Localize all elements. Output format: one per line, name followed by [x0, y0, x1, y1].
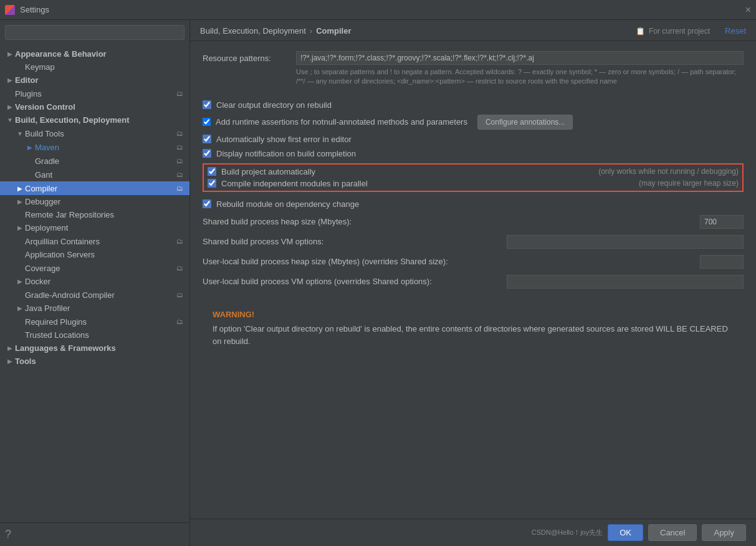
build-auto-checkbox[interactable]: [208, 167, 216, 176]
configure-annotations-button[interactable]: Configure annotations...: [477, 115, 573, 130]
sidebar-item-label: Version Control: [15, 102, 184, 112]
arrow-icon: ▶: [15, 305, 25, 312]
vm-options-input[interactable]: [507, 235, 744, 249]
sidebar-item-version-control[interactable]: ▶ Version Control: [0, 100, 189, 113]
sidebar-item-app-servers[interactable]: Application Servers: [0, 248, 189, 261]
sidebar-item-keymap[interactable]: Keymap: [0, 60, 189, 74]
resource-patterns-row: Resource patterns: Use ; to separate pat…: [203, 51, 744, 94]
display-notif-text: Display notification on build completion: [216, 149, 356, 158]
sidebar-item-maven[interactable]: ▶ Maven 🗂: [0, 140, 189, 154]
save-icon: 🗂: [175, 89, 184, 98]
user-vm-input[interactable]: [507, 275, 744, 289]
sidebar-item-arquillian[interactable]: Arquillian Containers 🗂: [0, 234, 189, 248]
watermark: CSDN@Hello！joy先生: [532, 528, 603, 537]
warning-text: If option 'Clear output directory on reb…: [213, 323, 734, 347]
sidebar-item-gant[interactable]: Gant 🗂: [0, 168, 189, 181]
sidebar-item-editor[interactable]: ▶ Editor: [0, 74, 189, 87]
clear-output-label[interactable]: Clear output directory on rebuild: [203, 100, 332, 110]
sidebar-item-build-exec[interactable]: ▼ Build, Execution, Deployment: [0, 113, 189, 127]
add-runtime-checkbox[interactable]: [203, 118, 211, 126]
auto-show-error-checkbox[interactable]: [203, 135, 211, 143]
sidebar-item-java-profiler[interactable]: ▶ Java Profiler: [0, 302, 189, 315]
build-auto-label[interactable]: Build project automatically: [208, 167, 586, 176]
content-body: Resource patterns: Use ; to separate pat…: [190, 41, 756, 519]
sidebar-item-label: Keymap: [25, 62, 184, 72]
reset-button[interactable]: Reset: [725, 26, 746, 36]
sidebar-item-label: Gradle-Android Compiler: [25, 290, 175, 300]
save-icon: 🗂: [175, 170, 184, 180]
clear-output-checkbox[interactable]: [203, 100, 211, 109]
arrow-icon: ▼: [15, 130, 25, 137]
sidebar-item-remote-jar[interactable]: Remote Jar Repositories: [0, 208, 189, 221]
sidebar-item-gradle-android[interactable]: Gradle-Android Compiler 🗂: [0, 288, 189, 302]
display-notif-checkbox[interactable]: [203, 149, 211, 158]
sidebar-item-label: Plugins: [15, 89, 175, 98]
sidebar-item-appearance[interactable]: ▶ Appearance & Behavior: [0, 47, 189, 60]
compile-parallel-label[interactable]: Compile independent modules in parallel: [208, 179, 626, 188]
sidebar-item-deployment[interactable]: ▶ Deployment: [0, 221, 189, 234]
sidebar-item-label: Coverage: [25, 264, 175, 273]
compile-parallel-note: (may require larger heap size): [626, 179, 739, 188]
save-icon: 🗂: [175, 317, 184, 327]
close-button[interactable]: ×: [745, 4, 751, 16]
sidebar-item-plugins[interactable]: Plugins 🗂: [0, 87, 189, 100]
arrow-icon: ▶: [5, 358, 15, 365]
resource-patterns-hint: Use ; to separate patterns and ! to nega…: [296, 67, 744, 87]
arrow-icon: ▶: [5, 77, 15, 84]
sidebar-item-compiler[interactable]: ▶ Compiler 🗂: [0, 181, 189, 195]
clear-output-row: Clear output directory on rebuild: [203, 100, 744, 110]
add-runtime-label[interactable]: Add runtime assertions for notnull-annot…: [203, 117, 467, 127]
sidebar-item-label: Languages & Frameworks: [15, 343, 184, 353]
sidebar-item-languages[interactable]: ▶ Languages & Frameworks: [0, 342, 189, 355]
search-input[interactable]: [5, 25, 184, 40]
user-heap-row: User-local build process heap size (Mbyt…: [203, 255, 744, 269]
vm-options-label: Shared build process VM options:: [203, 237, 507, 246]
for-project: 📋 For current project: [636, 27, 710, 36]
sidebar-item-coverage[interactable]: Coverage 🗂: [0, 261, 189, 275]
user-vm-row: User-local build process VM options (ove…: [203, 275, 744, 289]
apply-button[interactable]: Apply: [702, 524, 746, 541]
add-runtime-row: Add runtime assertions for notnull-annot…: [203, 115, 744, 130]
rebuild-module-label[interactable]: Rebuild module on dependency change: [203, 199, 359, 209]
sidebar-item-required-plugins[interactable]: Required Plugins 🗂: [0, 315, 189, 328]
sidebar-item-label: Application Servers: [25, 250, 184, 259]
sidebar-item-docker[interactable]: ▶ Docker: [0, 275, 189, 288]
display-notif-label[interactable]: Display notification on build completion: [203, 149, 356, 158]
breadcrumb: Build, Execution, Deployment › Compiler: [200, 26, 352, 36]
sidebar-item-label: Deployment: [25, 223, 184, 232]
sidebar-item-tools[interactable]: ▶ Tools: [0, 355, 189, 368]
rebuild-module-checkbox[interactable]: [203, 199, 211, 208]
compile-parallel-checkbox[interactable]: [208, 179, 216, 188]
sidebar-item-label: Gradle: [35, 156, 175, 166]
add-runtime-text: Add runtime assertions for notnull-annot…: [216, 117, 467, 127]
app-icon: [5, 5, 15, 15]
cancel-button[interactable]: Cancel: [648, 524, 697, 541]
user-heap-input[interactable]: [700, 255, 744, 269]
sidebar-item-gradle[interactable]: Gradle 🗂: [0, 154, 189, 168]
arrow-icon: ▶: [5, 103, 15, 110]
display-notif-row: Display notification on build completion: [203, 149, 744, 158]
save-icon: 🗂: [175, 236, 184, 246]
save-icon: 🗂: [175, 290, 184, 300]
titlebar: Settings ×: [0, 0, 756, 20]
auto-show-error-label[interactable]: Automatically show first error in editor: [203, 135, 352, 144]
ok-button[interactable]: OK: [608, 524, 643, 541]
save-icon: 🗂: [175, 142, 184, 152]
sidebar-item-label: Remote Jar Repositories: [25, 210, 184, 219]
sidebar-item-label: Debugger: [25, 197, 184, 206]
resource-patterns-input[interactable]: [296, 51, 744, 65]
sidebar-item-trusted-locations[interactable]: Trusted Locations: [0, 328, 189, 342]
arrow-icon: ▼: [5, 117, 15, 123]
help-button[interactable]: ?: [0, 522, 189, 546]
sidebar-item-build-tools[interactable]: ▼ Build Tools 🗂: [0, 127, 189, 140]
build-auto-note: (only works while not running / debuggin…: [586, 167, 739, 176]
clear-output-text: Clear output directory on rebuild: [216, 100, 332, 110]
for-project-label: For current project: [649, 27, 710, 36]
sidebar-item-debugger[interactable]: ▶ Debugger: [0, 195, 189, 208]
sidebar-item-label: Tools: [15, 357, 184, 366]
build-auto-text: Build project automatically: [221, 167, 315, 176]
heap-size-input[interactable]: [700, 215, 744, 229]
breadcrumb-separator: ›: [310, 26, 312, 36]
arrow-icon: ▶: [15, 278, 25, 285]
rebuild-module-text: Rebuild module on dependency change: [216, 199, 359, 209]
